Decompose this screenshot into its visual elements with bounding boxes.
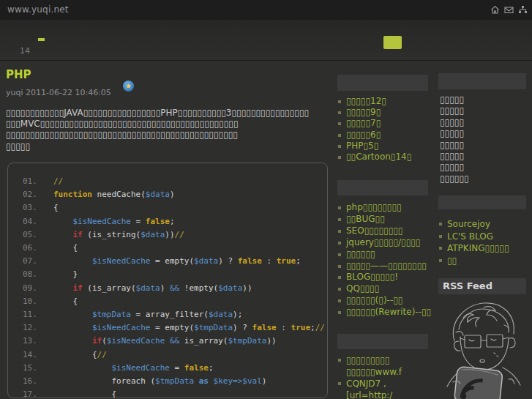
code-line: 15. $isNeedCache = false; (8, 362, 327, 375)
rss-feed-header: RSS Feed (438, 278, 526, 294)
code-line: 05. if (is_string($data))// (8, 228, 327, 242)
archive-link[interactable]: ▯▯▯▯▯ (440, 140, 469, 151)
category-link[interactable]: ▯▯▯▯▯12▯ (337, 96, 411, 107)
recent-comment-link[interactable]: ▯▯▯▯▯▯▯▯▯ ▯▯▯▯▯▯www.f (337, 354, 428, 378)
bullet-icon (338, 311, 341, 314)
recent-post-link-label: ▯▯▯▯▯▯(▯)--▯▯ (346, 295, 402, 307)
bullet-icon (338, 100, 341, 103)
category-link-label: ▯▯▯▯▯6▯ (346, 130, 381, 141)
recent-post-link[interactable]: ▯▯▯▯▯——▯▯▯▯▯▯▯▯ (337, 261, 431, 272)
category-link-label: ▯▯▯▯▯9▯ (346, 107, 381, 118)
category-link[interactable]: ▯▯▯▯▯6▯ (337, 130, 411, 141)
bullet-icon (338, 134, 341, 137)
category-link[interactable]: ▯▯▯▯▯7▯ (337, 118, 411, 129)
recent-post-link[interactable]: php▯▯▯▯▯▯▯▯ (337, 202, 431, 214)
sidebar-header-recent-comments (337, 334, 428, 349)
recent-comment-link[interactable]: CQNJD7 , [url=http:/ (337, 378, 428, 399)
code-line-number: 07. (8, 255, 53, 268)
home-icon[interactable] (490, 5, 500, 15)
blogroll-link-label: LC'S BLOG (447, 231, 493, 243)
bullet-icon (338, 265, 341, 268)
code-line: 11. $tmpData = array_filter($data); (8, 308, 327, 321)
sitemap-icon[interactable] (518, 5, 528, 15)
archive-link-label: ▯▯▯▯▯ (440, 105, 464, 116)
code-line: 04. $isNeedCache = false; (8, 215, 327, 228)
bullet-icon (338, 382, 341, 385)
bullet-icon (439, 247, 442, 250)
address-url[interactable]: www.yuqi.net (7, 4, 69, 15)
topbar-icons (490, 5, 528, 15)
recent-post-link-label: QQ▯▯▯▯ (346, 283, 379, 295)
code-line-number: 09. (8, 282, 53, 295)
code-line: 12. $isNeedCache = empty($tmpData) ? fal… (8, 321, 327, 335)
sidebar-header-archive (438, 73, 526, 89)
sidebar-header-recent-posts (337, 180, 428, 195)
archive-link[interactable]: ▯▯▯▯▯ (440, 162, 469, 173)
paragraph-line: ▯▯▯▯▯▯▯▯▯▯▯▯▯▯▯▯▯▯▯▯▯▯▯▯▯▯▯▯▯▯▯▯▯▯▯▯▯▯▯▯… (6, 130, 337, 141)
code-line-number: 04. (8, 215, 53, 228)
recent-post-link[interactable]: BLOG▯▯▯▯▯! (337, 272, 431, 283)
blog-page: www.yuqi.net 14 PHP yuqi 2011-06-22 10:4… (0, 0, 532, 399)
archive-link-label: ▯▯▯▯▯ (440, 151, 464, 162)
archive-link[interactable]: ▯▯▯▯▯ (440, 117, 469, 128)
code-line-number: 12. (8, 321, 53, 335)
archive-link-label: ▯▯▯▯▯ (440, 128, 464, 139)
category-list: ▯▯▯▯▯12▯▯▯▯▯▯9▯▯▯▯▯▯7▯▯▯▯▯▯6▯PHP▯5▯▯▯Car… (337, 96, 411, 163)
archive-link[interactable]: ▯▯▯▯▯▯ (440, 174, 469, 184)
blogroll-link[interactable]: Sourcejoy (438, 218, 509, 231)
code-line-number: 14. (8, 348, 53, 362)
code-line-number: 10. (8, 295, 53, 308)
code-line-number: 05. (8, 228, 53, 242)
category-link[interactable]: ▯▯Cartoon▯14▯ (337, 152, 411, 163)
logo-dash (38, 38, 45, 41)
post-paragraph: ▯▯▯▯▯▯▯▯▯▯▯▯JAVA▯▯▯▯▯▯▯▯▯▯▯▯▯▯▯▯PHP▯▯▯▯▯… (6, 108, 337, 152)
paragraph-line-label: ▯▯▯MVC▯▯▯▯▯▯▯▯▯▯▯▯▯▯▯▯▯▯▯▯▯▯▯▯▯▯▯▯▯▯▯▯▯▯… (6, 119, 239, 129)
blogroll-link[interactable]: ▯▯ (438, 255, 509, 267)
category-link[interactable]: ▯▯▯▯▯9▯ (337, 107, 411, 118)
archive-link[interactable]: ▯▯▯▯▯ (440, 128, 469, 139)
paragraph-line-label: ▯▯▯▯▯▯▯▯▯▯▯▯▯▯▯▯▯▯▯▯▯▯▯▯▯▯▯▯▯▯▯▯▯▯▯▯▯▯▯▯… (6, 130, 238, 140)
blogroll-link[interactable]: LC'S BLOG (438, 231, 509, 243)
code-line-number: 02. (8, 188, 53, 201)
code-line: 17. { (8, 388, 327, 398)
header-green-button[interactable] (383, 36, 402, 49)
code-line: 02.function needCache($data) (8, 188, 327, 201)
bullet-icon (338, 145, 341, 148)
archive-link-label: ▯▯▯▯▯ (440, 140, 464, 151)
blogroll-link-label: ▯▯ (447, 255, 457, 267)
bullet-icon (338, 288, 341, 291)
recent-post-link[interactable]: ▯▯▯▯▯▯(Rewrite)--▯▯ (337, 307, 431, 318)
recent-post-link[interactable]: ▯▯▯▯▯▯ (337, 249, 431, 261)
code-line-number: 03. (8, 201, 53, 215)
paragraph-line-label: ▯▯▯▯▯▯▯▯▯▯▯▯JAVA▯▯▯▯▯▯▯▯▯▯▯▯▯▯▯▯PHP▯▯▯▯▯… (6, 108, 309, 118)
blogroll-link[interactable]: ATPKING▯▯▯▯▯ (438, 242, 509, 255)
bullet-icon (338, 122, 341, 125)
recent-post-link[interactable]: QQ▯▯▯▯ (337, 283, 431, 295)
archive-link[interactable]: ▯▯▯▯▯ (440, 105, 469, 116)
category-link-label: PHP▯5▯ (346, 141, 378, 152)
blogroll-link-label: Sourcejoy (447, 218, 490, 231)
recent-post-link[interactable]: SEO▯▯▯▯▯▯▯▯ (337, 225, 431, 237)
recent-post-link[interactable]: ▯▯▯▯▯▯(▯)--▯▯ (337, 295, 431, 307)
code-line-number: 13. (8, 335, 53, 348)
category-link[interactable]: PHP▯5▯ (337, 141, 411, 152)
post-meta: yuqi 2011-06-22 10:46:05 (6, 88, 111, 97)
bullet-icon (338, 299, 341, 302)
bullet-icon (439, 235, 442, 238)
archive-link-label: ▯▯▯▯▯ (440, 94, 464, 105)
recent-post-link[interactable]: ▯▯BUG▯▯ (337, 214, 431, 225)
bullet-icon (338, 359, 341, 362)
recent-post-link[interactable]: jquery▯▯▯▯▯/▯▯▯▯ (337, 237, 431, 249)
archive-link[interactable]: ▯▯▯▯▯ (440, 94, 469, 105)
bullet-icon (439, 223, 442, 225)
blogroll-list: SourcejoyLC'S BLOGATPKING▯▯▯▯▯▯▯ (438, 218, 509, 266)
recent-comment-link-label: ▯▯▯▯▯▯▯▯▯ ▯▯▯▯▯▯www.f (346, 354, 402, 378)
mail-icon[interactable] (504, 5, 514, 15)
bullet-icon (439, 259, 442, 262)
sidebar-header-categories (337, 75, 428, 91)
recent-post-list: php▯▯▯▯▯▯▯▯▯▯BUG▯▯SEO▯▯▯▯▯▯▯▯jquery▯▯▯▯▯… (337, 202, 431, 318)
archive-link[interactable]: ▯▯▯▯▯ (440, 151, 469, 162)
recent-post-link-label: php▯▯▯▯▯▯▯▯ (346, 202, 402, 214)
bullet-icon (338, 156, 341, 159)
paragraph-line: ▯▯▯MVC▯▯▯▯▯▯▯▯▯▯▯▯▯▯▯▯▯▯▯▯▯▯▯▯▯▯▯▯▯▯▯▯▯▯… (6, 119, 337, 130)
